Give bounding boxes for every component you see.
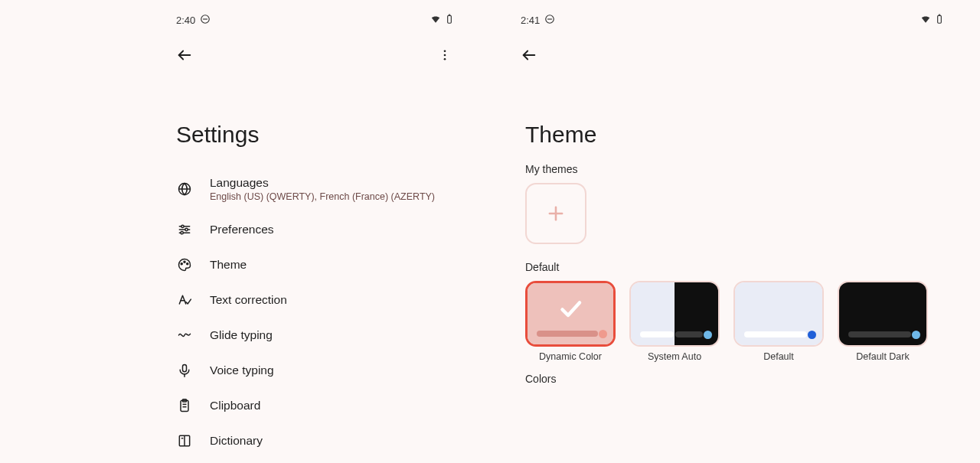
status-bar: 2:41 — [521, 14, 949, 27]
settings-item-clipboard[interactable]: Clipboard — [176, 388, 459, 423]
theme-name: Dynamic Color — [525, 347, 616, 362]
battery-icon — [934, 14, 945, 27]
palette-icon — [176, 257, 193, 272]
theme-system-auto[interactable]: System Auto — [629, 281, 720, 362]
theme-name: System Auto — [629, 347, 720, 362]
svg-point-13 — [181, 225, 184, 227]
theme-default[interactable]: Default — [733, 281, 824, 362]
page-title: Settings — [31, 67, 459, 166]
settings-item-label: Dictionary — [210, 434, 263, 448]
page-title: Theme — [521, 67, 949, 163]
sliders-icon — [176, 222, 193, 237]
settings-screen: 2:40 Settings — [0, 14, 490, 463]
settings-item-voice-typing[interactable]: Voice typing — [176, 353, 459, 388]
colors-label: Colors — [521, 362, 949, 393]
settings-list: Languages English (US) (QWERTY), French … — [31, 166, 459, 458]
svg-rect-2 — [448, 15, 452, 23]
overflow-menu-button[interactable] — [438, 48, 455, 65]
default-theme-grid: Dynamic Color System Auto Defa — [521, 281, 949, 362]
svg-point-7 — [444, 58, 446, 60]
my-themes-label: My themes — [521, 163, 949, 183]
wifi-icon — [430, 14, 441, 27]
check-icon — [557, 295, 584, 325]
mic-icon — [176, 363, 193, 378]
settings-item-dictionary[interactable]: Dictionary — [176, 423, 459, 458]
svg-point-6 — [444, 54, 446, 57]
settings-item-text-correction[interactable]: Text correction — [176, 282, 459, 318]
theme-name: Default Dark — [838, 347, 928, 362]
text-correction-icon — [176, 292, 193, 308]
back-button[interactable] — [521, 47, 537, 67]
theme-screen: 2:41 Theme My themes — [490, 14, 980, 463]
settings-item-label: Theme — [210, 258, 247, 272]
theme-dynamic-color[interactable]: Dynamic Color — [525, 281, 616, 362]
status-bar: 2:40 — [31, 14, 459, 27]
settings-item-glide-typing[interactable]: Glide typing — [176, 318, 459, 353]
add-theme-button[interactable] — [525, 183, 586, 244]
settings-item-sub: English (US) (QWERTY), French (France) (… — [210, 191, 435, 202]
settings-item-label: Glide typing — [210, 328, 273, 342]
svg-point-14 — [185, 228, 188, 230]
dnd-icon — [200, 14, 211, 27]
battery-icon — [444, 14, 455, 27]
status-time: 2:40 — [176, 15, 195, 26]
gesture-icon — [176, 328, 193, 343]
clipboard-icon — [176, 398, 193, 413]
dnd-icon — [544, 14, 555, 27]
svg-rect-31 — [938, 15, 942, 23]
svg-rect-20 — [183, 365, 187, 372]
book-icon — [176, 433, 193, 448]
theme-name: Default — [733, 347, 824, 362]
status-time: 2:41 — [521, 15, 540, 26]
settings-item-preferences[interactable]: Preferences — [176, 212, 459, 247]
back-button[interactable] — [176, 47, 193, 67]
globe-icon — [176, 181, 193, 197]
theme-default-dark[interactable]: Default Dark — [838, 281, 928, 362]
settings-item-label: Languages — [210, 176, 435, 190]
svg-point-17 — [184, 261, 185, 262]
wifi-icon — [920, 14, 931, 27]
settings-item-theme[interactable]: Theme — [176, 247, 459, 282]
settings-item-label: Clipboard — [210, 399, 260, 412]
settings-item-label: Text correction — [210, 293, 287, 307]
svg-point-18 — [187, 263, 188, 265]
settings-item-languages[interactable]: Languages English (US) (QWERTY), French … — [176, 166, 459, 212]
settings-item-label: Preferences — [210, 223, 274, 236]
svg-point-16 — [181, 263, 182, 265]
settings-item-label: Voice typing — [210, 364, 274, 377]
default-label: Default — [521, 261, 949, 281]
svg-point-15 — [181, 232, 183, 234]
svg-point-5 — [444, 50, 446, 52]
